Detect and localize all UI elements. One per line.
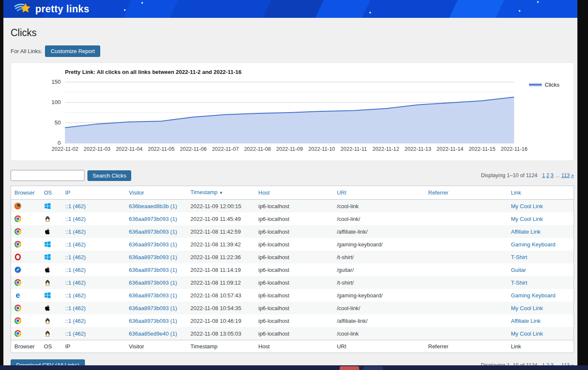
svg-text:2022-11-05: 2022-11-05 — [148, 146, 174, 152]
table-row: ::1 (462)636aa8973b093 (1)2022-11-08 11:… — [11, 276, 574, 289]
ip-link[interactable]: ::1 (462) — [65, 292, 86, 299]
chrome-icon — [14, 215, 37, 222]
visitor-link[interactable]: 636aa8973b093 (1) — [129, 318, 177, 324]
table-footer: BrowserOSIPVisitorTimestampHostURIReferr… — [11, 340, 574, 353]
timestamp-value: 2022-11-08 11:14:19 — [191, 267, 241, 273]
linux-icon — [44, 215, 59, 222]
column-header-link[interactable]: Link — [511, 189, 521, 196]
host-value: ip6-localhost — [259, 318, 290, 324]
taskbar-strip — [0, 365, 588, 370]
page-link-113[interactable]: 113 — [561, 172, 570, 178]
pretty-link-link[interactable]: Gaming Keyboard — [511, 292, 556, 299]
svg-text:2022-11-03: 2022-11-03 — [84, 146, 110, 152]
column-header-host[interactable]: Host — [259, 189, 270, 196]
column-header-os[interactable]: OS — [44, 189, 52, 196]
pretty-link-link[interactable]: Affiliate Link — [511, 229, 541, 235]
visitor-link[interactable]: 636beaaed8b3b (1) — [129, 203, 177, 209]
visitor-link[interactable]: 636aa8973b093 (1) — [129, 241, 177, 248]
table-row: ::1 (462)636aa8973b093 (1)2022-11-08 11:… — [11, 263, 574, 276]
pretty-link-link[interactable]: Guitar — [511, 267, 526, 273]
table-header: BrowserOSIPVisitorTimestamp▼HostURIRefer… — [11, 186, 574, 200]
ip-link[interactable]: ::1 (462) — [65, 229, 86, 235]
page-link-3[interactable]: 3 — [551, 172, 554, 178]
svg-text:0: 0 — [58, 140, 61, 146]
column-header-ip[interactable]: IP — [65, 189, 70, 196]
apple-icon — [44, 266, 59, 273]
next-page-link[interactable]: » — [571, 172, 574, 178]
search-input[interactable] — [11, 170, 84, 181]
customize-report-button[interactable]: Customize Report — [45, 45, 100, 57]
uri-value: /affiliate-link/ — [337, 318, 368, 324]
host-value: ip6-localhost — [259, 305, 290, 311]
search-clicks-button[interactable]: Search Clicks — [87, 170, 131, 181]
host-value: ip6-localhost — [259, 330, 290, 337]
table-row: ::1 (462)636aa8973b093 (1)2022-11-08 10:… — [11, 314, 574, 327]
visitor-link[interactable]: 636aa8973b093 (1) — [129, 280, 177, 286]
host-value: ip6-localhost — [259, 216, 290, 222]
windows-icon — [44, 254, 59, 260]
pretty-link-link[interactable]: T-Shirt — [511, 254, 527, 260]
host-value: ip6-localhost — [259, 292, 290, 299]
sparkle-icon: ✦ — [536, 0, 540, 4]
svg-text:2022-11-08: 2022-11-08 — [244, 146, 271, 152]
column-header-browser[interactable]: Browser — [14, 189, 35, 196]
page-link-2[interactable]: 2 — [546, 172, 549, 178]
ip-link[interactable]: ::1 (462) — [65, 216, 86, 222]
timestamp-value: 2022-11-08 11:42:59 — [191, 229, 241, 235]
main-content: Clicks For All Links: Customize Report 0… — [3, 27, 577, 370]
pagination-top: Displaying 1–10 of 1124 123...113» — [481, 172, 574, 178]
visitor-link[interactable]: 636aa8973b093 (1) — [129, 229, 177, 235]
ip-link[interactable]: ::1 (462) — [65, 280, 86, 286]
visitor-link[interactable]: 636aa8973b093 (1) — [129, 292, 177, 299]
column-header-referrer[interactable]: Referrer — [428, 189, 449, 196]
table-row: ::1 (462)636aa85ed9e40 (1)2022-11-08 13:… — [11, 327, 574, 340]
timestamp-value: 2022-11-08 11:22:36 — [191, 254, 241, 260]
column-header-visitor[interactable]: Visitor — [129, 189, 144, 196]
chrome-icon — [14, 330, 37, 337]
clicks-chart: 0501001502022-11-022022-11-032022-11-042… — [11, 63, 574, 161]
visitor-link[interactable]: 636aa8973b093 (1) — [129, 254, 177, 260]
page-link-1[interactable]: 1 — [542, 172, 545, 178]
pretty-link-link[interactable]: My Cool Link — [511, 203, 543, 209]
apple-icon — [44, 228, 59, 235]
column-header-timestamp[interactable]: Timestamp — [191, 189, 218, 195]
ip-link[interactable]: ::1 (462) — [65, 267, 86, 273]
uri-value: /cool-link — [337, 203, 359, 209]
uri-value: /cool-link/ — [337, 216, 360, 222]
linux-icon — [44, 317, 59, 324]
taskbar-item — [340, 366, 359, 370]
svg-text:2022-11-06: 2022-11-06 — [180, 146, 207, 152]
pretty-link-link[interactable]: My Cool Link — [511, 305, 543, 311]
chrome-icon — [14, 305, 37, 311]
chrome-icon — [14, 241, 37, 248]
table-row: ::1 (462)636aa8973b093 (1)2022-11-08 11:… — [11, 251, 574, 263]
ip-link[interactable]: ::1 (462) — [65, 305, 86, 311]
pretty-links-logo-icon — [14, 2, 31, 16]
uri-value: /t-shirt/ — [337, 254, 354, 260]
ip-link[interactable]: ::1 (462) — [65, 241, 86, 248]
pretty-link-link[interactable]: T-Shirt — [511, 280, 527, 286]
host-value: ip6-localhost — [259, 203, 290, 209]
pretty-link-link[interactable]: My Cool Link — [511, 216, 543, 222]
ip-link[interactable]: ::1 (462) — [65, 330, 86, 337]
column-header-uri[interactable]: URI — [337, 189, 346, 196]
host-value: ip6-localhost — [259, 229, 290, 235]
pretty-link-link[interactable]: Gaming Keyboard — [511, 241, 556, 248]
footer-column-browser: Browser — [11, 340, 41, 353]
clicks-chart-panel: 0501001502022-11-022022-11-032022-11-042… — [11, 62, 574, 161]
ip-link[interactable]: ::1 (462) — [65, 254, 86, 260]
pretty-link-link[interactable]: My Cool Link — [511, 330, 543, 337]
logo-text: pretty links — [35, 3, 90, 15]
uri-value: /gaming-keyboard/ — [337, 241, 383, 248]
visitor-link[interactable]: 636aa85ed9e40 (1) — [129, 330, 177, 337]
visitor-link[interactable]: 636aa8973b093 (1) — [129, 267, 177, 273]
visitor-link[interactable]: 636aa8973b093 (1) — [129, 305, 177, 311]
displaying-count: Displaying 1–10 of 1124 — [481, 172, 537, 178]
svg-text:2022-11-04: 2022-11-04 — [116, 146, 143, 152]
filter-label: For All Links: — [11, 48, 42, 54]
visitor-link[interactable]: 636aa8973b093 (1) — [129, 216, 177, 222]
ip-link[interactable]: ::1 (462) — [65, 318, 86, 324]
pretty-link-link[interactable]: Affiliate Link — [511, 318, 541, 324]
ip-link[interactable]: ::1 (462) — [65, 203, 86, 209]
chrome-icon — [14, 317, 37, 324]
